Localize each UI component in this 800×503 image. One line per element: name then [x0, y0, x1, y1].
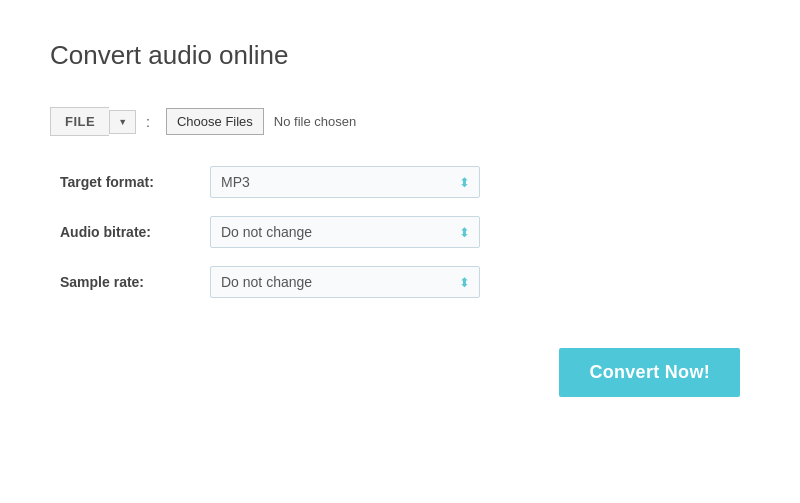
file-button-group: FILE ▼	[50, 107, 136, 136]
sample-rate-row: Sample rate: Do not change 8000 Hz 11025…	[60, 266, 750, 298]
sample-rate-label: Sample rate:	[60, 274, 210, 290]
audio-bitrate-row: Audio bitrate: Do not change 64 kbps 128…	[60, 216, 750, 248]
choose-files-button[interactable]: Choose Files	[166, 108, 264, 135]
file-type-button[interactable]: FILE	[50, 107, 109, 136]
file-row: FILE ▼ : Choose Files No file chosen	[50, 107, 750, 136]
sample-rate-select[interactable]: Do not change 8000 Hz 11025 Hz 22050 Hz …	[210, 266, 480, 298]
audio-bitrate-select[interactable]: Do not change 64 kbps 128 kbps 192 kbps …	[210, 216, 480, 248]
target-format-row: Target format: MP3 AAC OGG WAV FLAC WMA …	[60, 166, 750, 198]
target-format-wrapper: MP3 AAC OGG WAV FLAC WMA M4A	[210, 166, 480, 198]
colon-separator: :	[146, 114, 150, 130]
convert-now-button[interactable]: Convert Now!	[559, 348, 740, 397]
convert-row: Convert Now!	[50, 348, 750, 397]
audio-bitrate-wrapper: Do not change 64 kbps 128 kbps 192 kbps …	[210, 216, 480, 248]
form-rows: Target format: MP3 AAC OGG WAV FLAC WMA …	[60, 166, 750, 298]
target-format-select[interactable]: MP3 AAC OGG WAV FLAC WMA M4A	[210, 166, 480, 198]
file-dropdown-button[interactable]: ▼	[109, 110, 136, 134]
audio-bitrate-label: Audio bitrate:	[60, 224, 210, 240]
main-container: Convert audio online FILE ▼ : Choose Fil…	[0, 0, 800, 437]
sample-rate-wrapper: Do not change 8000 Hz 11025 Hz 22050 Hz …	[210, 266, 480, 298]
page-title: Convert audio online	[50, 40, 750, 71]
target-format-label: Target format:	[60, 174, 210, 190]
no-file-label: No file chosen	[274, 114, 356, 129]
dropdown-arrow-icon: ▼	[118, 117, 127, 127]
